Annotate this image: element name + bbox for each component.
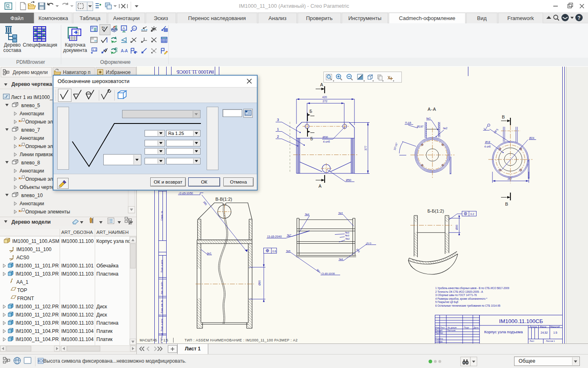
svg-text:5 Покрытие Ц9 6цб: 5 Покрытие Ц9 6цб bbox=[435, 301, 459, 304]
svg-text:№3: №3 bbox=[345, 234, 350, 237]
svg-text:E: E bbox=[105, 49, 107, 52]
svg-text:377: 377 bbox=[364, 146, 367, 150]
svg-text:Дата: Дата bbox=[474, 326, 479, 329]
svg-text:Б-Б(1:2): Б-Б(1:2) bbox=[428, 209, 444, 213]
svg-text:Пробер: Пробер bbox=[435, 332, 443, 334]
svg-text:Лист: Лист bbox=[440, 326, 445, 329]
svg-text:№2: №2 bbox=[443, 127, 448, 130]
svg-text:Ø30: Ø30 bbox=[323, 136, 328, 139]
svg-text:3: 3 bbox=[277, 117, 279, 122]
svg-text:√2-Δ5-10/30: √2-Δ5-10/30 bbox=[321, 272, 335, 275]
svg-text:267: 267 bbox=[508, 177, 512, 180]
svg-text:13-Δ5-20/40: 13-Δ5-20/40 bbox=[267, 235, 282, 238]
svg-text:Б: Б bbox=[310, 137, 313, 141]
svg-text:Изм: Изм bbox=[435, 326, 439, 329]
svg-text:А: А bbox=[318, 184, 322, 188]
svg-text:Ø197: Ø197 bbox=[417, 125, 423, 128]
svg-text:В: В bbox=[502, 114, 505, 119]
svg-text:2 Точность ОК СТБ ИСО 13920-: 2 Точность ОК СТБ ИСО 13920-2005 - А bbox=[435, 290, 483, 293]
svg-text:Ø30: Ø30 bbox=[455, 224, 458, 230]
svg-text:Подп. и дата: Подп. и дата bbox=[160, 260, 163, 273]
svg-text:№4: №4 bbox=[339, 211, 343, 214]
svg-text:Ø90: Ø90 bbox=[258, 280, 261, 285]
svg-text:4 отб: 4 отб bbox=[323, 140, 330, 143]
svg-text:1:5: 1:5 bbox=[553, 331, 557, 334]
svg-text:4 Размеры опробок, кроме обоз: 4 Размеры опробок, кроме обозначенного * bbox=[435, 297, 488, 301]
svg-text:4 отб: 4 отб bbox=[484, 145, 491, 148]
svg-text:В-В(1:2): В-В(1:2) bbox=[216, 197, 232, 202]
svg-text:Корпус узла подъема: Корпус узла подъема bbox=[484, 330, 523, 334]
svg-text:Инв. № подл.: Инв. № подл. bbox=[160, 333, 163, 343]
svg-text:П.1: П.1 bbox=[133, 27, 137, 30]
svg-text:Подп. и дата: Подп. и дата bbox=[160, 319, 163, 332]
svg-text:Подп: Подп bbox=[464, 326, 469, 329]
svg-text:1.1: 1.1 bbox=[93, 48, 97, 51]
svg-text:В: В bbox=[505, 202, 508, 206]
svg-text:Масса: Масса bbox=[540, 325, 546, 328]
svg-text:Разраб: Разраб bbox=[435, 329, 443, 332]
svg-text:420: 420 bbox=[322, 96, 327, 99]
svg-text:ТИП : ASSEM НАИМЕНОВАНИЕ : IM: ТИП : ASSEM НАИМЕНОВАНИЕ : IM1000_11_100… bbox=[185, 338, 298, 342]
svg-text:IM1000.11.100СБ: IM1000.11.100СБ bbox=[176, 70, 214, 74]
svg-text:№7: №7 bbox=[287, 233, 292, 236]
svg-text:Лист: Лист bbox=[530, 340, 535, 342]
svg-text:3 Сборные швы по ГОСТ 14771-7: 3 Сборные швы по ГОСТ 14771-76 bbox=[435, 294, 477, 297]
svg-text:Ø24: Ø24 bbox=[529, 137, 535, 139]
svg-text:24,52: 24,52 bbox=[541, 331, 548, 334]
svg-text:№1: №1 bbox=[426, 117, 431, 120]
svg-text:0.6: 0.6 bbox=[272, 250, 276, 253]
svg-text:№5: №5 bbox=[286, 249, 291, 252]
svg-text:№6: №6 bbox=[339, 258, 343, 260]
svg-text:№3: №3 bbox=[345, 231, 350, 234]
svg-text:A-A: A-A bbox=[121, 49, 128, 53]
svg-text:IM1000.11.100СБ: IM1000.11.100СБ bbox=[499, 318, 543, 324]
svg-text:Справ. №: Справ. № bbox=[160, 211, 163, 221]
svg-text:Листов 1: Листов 1 bbox=[546, 340, 555, 342]
svg-text:2: 2 bbox=[277, 134, 279, 139]
svg-text:№ докум: № докум bbox=[448, 326, 457, 329]
svg-text:1 Уробень качества сборных шв: 1 Уробень качества сборных швов - В по С… bbox=[435, 287, 509, 290]
svg-text:Ø50: Ø50 bbox=[346, 179, 351, 182]
svg-text:Б: Б bbox=[310, 109, 312, 114]
svg-text:√2-Δ5-10/50: √2-Δ5-10/50 bbox=[178, 192, 193, 195]
svg-text:A: A bbox=[122, 26, 125, 30]
svg-text:МАСШТАБ: МАСШТАБ bbox=[140, 338, 157, 342]
svg-text:272: 272 bbox=[323, 100, 327, 103]
svg-text:№2: №2 bbox=[345, 237, 350, 240]
svg-text:А: А bbox=[320, 82, 323, 87]
svg-text:А-А: А-А bbox=[428, 107, 436, 112]
svg-text:Масштаб: Масштаб bbox=[550, 325, 560, 328]
svg-text:6 Остальные технические требо: 6 Остальные технические требования по СТ… bbox=[435, 304, 501, 307]
svg-text:Инв. № дубл.: Инв. № дубл. bbox=[160, 281, 163, 294]
svg-text:№1: №1 bbox=[207, 252, 212, 255]
svg-text:№4: №4 bbox=[305, 213, 310, 215]
svg-text:Rz: Rz bbox=[102, 26, 105, 29]
svg-text:√6 Ο: √6 Ο bbox=[366, 242, 372, 245]
svg-text:Н.контр: Н.контр bbox=[435, 337, 443, 340]
svg-text:1:5: 1:5 bbox=[163, 338, 168, 342]
svg-text:Лаптьев: Лаптьев bbox=[447, 329, 455, 332]
svg-text:1: 1 bbox=[277, 127, 279, 131]
svg-text:?: ? bbox=[577, 15, 580, 21]
svg-text:Утберд: Утберд bbox=[435, 340, 443, 343]
svg-text:0.2: 0.2 bbox=[470, 213, 474, 215]
svg-text:Ø18: Ø18 bbox=[485, 141, 490, 144]
svg-text:Взам. инв. №: Взам. инв. № bbox=[160, 300, 163, 313]
svg-text:П-Δ5: П-Δ5 bbox=[405, 121, 411, 124]
svg-text:Литера: Литера bbox=[530, 325, 537, 328]
